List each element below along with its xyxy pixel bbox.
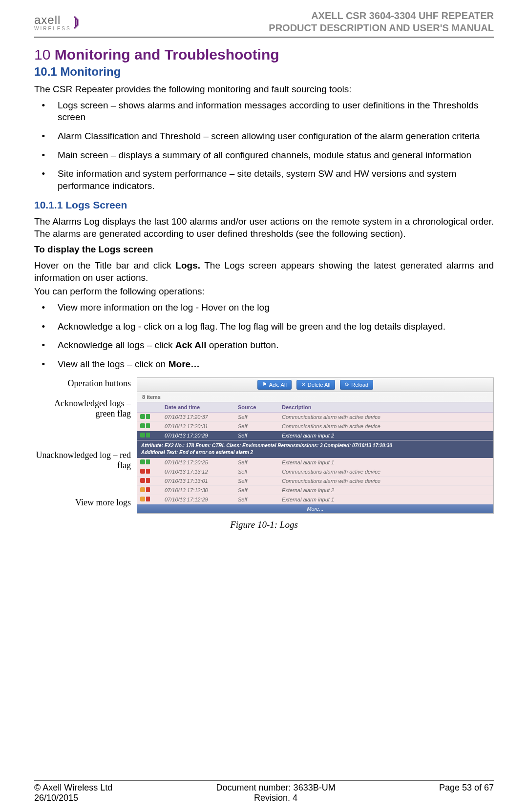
table-row[interactable]: 07/10/13 17:12:30SelfExternal alarm inpu… (137, 486, 493, 495)
list-item: Alarm Classification and Threshold – scr… (53, 130, 494, 143)
ack-all-label: Ack All (175, 340, 207, 350)
callout-unacknowledged: Unacknowledged log – red flag (34, 450, 137, 471)
button-label: Ack. All (269, 382, 287, 388)
list-item: Site information and system performance … (53, 168, 494, 192)
list-item: View more information on the log - Hover… (53, 302, 494, 314)
table-header: Date and time Source Description (137, 402, 493, 413)
flag-icon[interactable] (146, 497, 150, 501)
logs-toolbar: ⚑ Ack. All ✕ Delete All ⟳ Reload (137, 378, 493, 392)
figure-caption: Figure 10-1: Logs (34, 520, 494, 530)
cell-source: Self (238, 459, 282, 465)
logo: axell WIRELESS ⟭ (34, 13, 81, 31)
callout-view-more: View more logs (34, 498, 137, 508)
callout-acknowledged: Acknowledged logs – green flag (34, 398, 137, 419)
flag-icon[interactable] (146, 459, 150, 464)
severity-icon (140, 497, 145, 501)
cell-source: Self (238, 487, 282, 493)
severity-icon (140, 423, 145, 428)
list-item: Acknowledge a log - click on a log flag.… (53, 321, 494, 333)
hover-text-pre: Hover on the Title bar and click (34, 260, 175, 271)
ops-list: View more information on the log - Hover… (34, 302, 494, 371)
cell-datetime: 07/10/13 17:20:31 (165, 423, 238, 429)
logo-mark-icon: ⟭ (73, 13, 81, 31)
severity-icon (140, 478, 145, 483)
intro-paragraph: The CSR Repeater provides the following … (34, 83, 494, 96)
cell-source: Self (238, 414, 282, 420)
footer-copyright: © Axell Wireless Ltd (34, 783, 112, 793)
ops-intro: You can perform the following operations… (34, 286, 494, 298)
cell-description: Communications alarm with active device (282, 414, 493, 420)
cell-description: Communications alarm with active device (282, 478, 493, 484)
flag-icon[interactable] (146, 478, 150, 483)
doc-title-2: PRODUCT DESCRIPTION AND USER'S MANUAL (269, 22, 494, 34)
table-row[interactable]: 07/10/13 17:13:01SelfCommunications alar… (137, 477, 493, 486)
cell-datetime: 07/10/13 17:13:12 (165, 469, 238, 475)
chapter-heading: 10 Monitoring and Troubleshooting (34, 46, 494, 63)
more-button[interactable]: More... (137, 504, 493, 513)
reload-button[interactable]: ⟳ Reload (340, 380, 373, 390)
flag-icon[interactable] (146, 414, 150, 419)
logo-text: axell (34, 13, 71, 27)
table-row[interactable]: 07/10/13 17:20:37SelfCommunications alar… (137, 413, 493, 422)
table-row[interactable]: 07/10/13 17:20:31SelfCommunications alar… (137, 422, 493, 431)
list-item: Acknowledge all logs – click Ack All ope… (53, 339, 494, 352)
cell-datetime: 07/10/13 17:12:30 (165, 487, 238, 493)
section-heading: 10.1 Monitoring (34, 65, 494, 79)
table-row[interactable]: 07/10/13 17:20:25SelfExternal alarm inpu… (137, 458, 493, 467)
callout-operation-buttons: Operation buttons (34, 378, 137, 389)
intro-list: Logs screen – shows alarms and informati… (34, 100, 494, 192)
cell-description: External alarm input 1 (282, 497, 493, 502)
severity-icon (140, 469, 145, 474)
flag-icon[interactable] (146, 433, 150, 437)
reload-icon: ⟳ (345, 381, 349, 388)
flag-icon[interactable] (146, 423, 150, 428)
items-count: 8 items (137, 392, 493, 402)
col-source: Source (238, 404, 282, 410)
severity-icon (140, 487, 145, 492)
cell-datetime: 07/10/13 17:20:25 (165, 459, 238, 465)
cell-source: Self (238, 497, 282, 502)
button-label: Delete All (308, 382, 330, 388)
button-label: Reload (351, 382, 368, 388)
subsection-heading: 10.1.1 Logs Screen (34, 199, 494, 211)
cell-description: External alarm input 2 (282, 487, 493, 493)
more-label: More… (169, 359, 200, 369)
severity-icon (140, 414, 145, 419)
cell-description: Communications alarm with active device (282, 469, 493, 475)
delete-all-button[interactable]: ✕ Delete All (296, 380, 335, 390)
table-row[interactable]: 07/10/13 17:13:12SelfCommunications alar… (137, 467, 493, 477)
logo-subtext: WIRELESS (34, 26, 71, 31)
table-row[interactable]: 07/10/13 17:12:29SelfExternal alarm inpu… (137, 495, 493, 504)
ack-all-button[interactable]: ⚑ Ack. All (257, 380, 292, 390)
flag-icon[interactable] (146, 487, 150, 492)
flag-icon[interactable] (146, 469, 150, 474)
severity-icon (140, 459, 145, 464)
to-display-heading: To display the Logs screen (34, 244, 494, 256)
doc-title-1: AXELL CSR 3604-3304 UHF REPEATER (269, 10, 494, 22)
cell-datetime: 07/10/13 17:13:01 (165, 478, 238, 484)
list-item: Main screen – displays a summary of all … (53, 149, 494, 162)
row-details: Attribute: EX2 No.: 178 Enum: CTRL Class… (137, 440, 493, 458)
cell-description: Communications alarm with active device (282, 423, 493, 429)
footer-revision: Revision. 4 (216, 793, 336, 803)
hover-text-bold: Logs. (175, 260, 200, 271)
cell-datetime: 07/10/13 17:12:29 (165, 497, 238, 502)
cell-datetime: 07/10/13 17:20:29 (165, 433, 238, 438)
chapter-number: 10 (34, 46, 50, 62)
figure-callouts: Operation buttons Acknowledged logs – gr… (34, 377, 137, 508)
logs-paragraph: The Alarms Log displays the last 100 ala… (34, 216, 494, 240)
page-footer: © Axell Wireless Ltd 26/10/2015 Document… (34, 780, 494, 803)
col-description: Description (282, 404, 493, 410)
hover-paragraph: Hover on the Title bar and click Logs. T… (34, 260, 494, 284)
close-icon: ✕ (301, 381, 306, 388)
table-row[interactable]: 07/10/13 17:20:29SelfExternal alarm inpu… (137, 431, 493, 440)
col-date: Date and time (165, 404, 238, 410)
figure: Operation buttons Acknowledged logs – gr… (34, 377, 494, 514)
footer-docnum: Document number: 3633B-UM (216, 783, 336, 793)
cell-description: External alarm input 1 (282, 459, 493, 465)
list-item: View all the logs – click on More… (53, 358, 494, 371)
cell-source: Self (238, 469, 282, 475)
cell-source: Self (238, 478, 282, 484)
cell-datetime: 07/10/13 17:20:37 (165, 414, 238, 420)
flag-icon: ⚑ (262, 381, 267, 388)
